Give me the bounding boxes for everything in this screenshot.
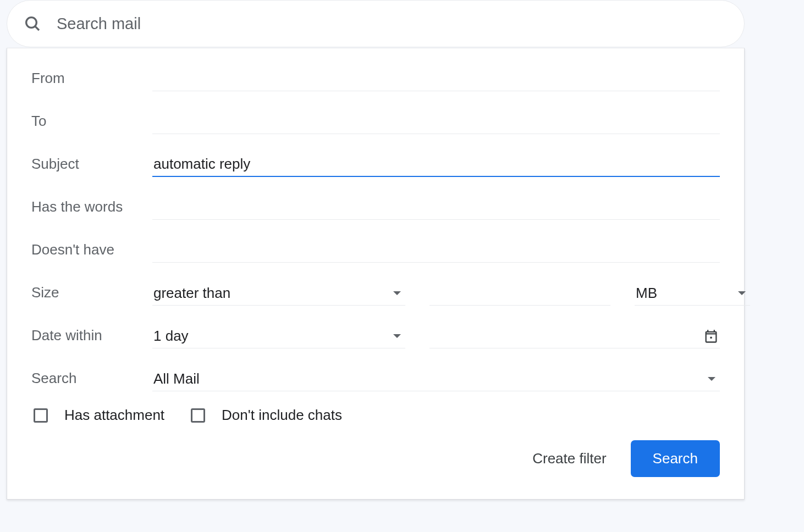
search-in-label: Search xyxy=(31,370,152,391)
date-within-row: Date within 1 day xyxy=(31,321,720,348)
doesnt-have-label: Doesn't have xyxy=(31,241,152,263)
checkbox-icon xyxy=(191,408,205,423)
from-input[interactable] xyxy=(152,67,720,91)
date-input[interactable] xyxy=(431,328,703,345)
size-amount-input[interactable] xyxy=(429,281,610,306)
search-bar[interactable] xyxy=(7,0,745,47)
date-input-wrap[interactable] xyxy=(429,324,720,348)
date-within-label: Date within xyxy=(31,327,152,348)
chevron-down-icon xyxy=(393,334,401,338)
has-attachment-label: Has attachment xyxy=(64,407,164,424)
date-range-value: 1 day xyxy=(153,328,189,345)
search-in-value: All Mail xyxy=(153,370,200,387)
size-unit-value: MB xyxy=(636,285,657,302)
svg-point-2 xyxy=(710,336,712,339)
search-in-select[interactable]: All Mail xyxy=(152,367,720,391)
search-in-row: Search All Mail xyxy=(31,364,720,391)
search-input[interactable] xyxy=(57,15,728,33)
subject-row: Subject xyxy=(31,149,720,177)
size-label: Size xyxy=(31,284,152,306)
has-words-input[interactable] xyxy=(152,196,720,220)
has-words-label: Has the words xyxy=(31,198,152,220)
to-input[interactable] xyxy=(152,110,720,134)
checkbox-icon xyxy=(34,408,48,423)
has-words-row: Has the words xyxy=(31,192,720,220)
doesnt-have-row: Doesn't have xyxy=(31,235,720,263)
to-row: To xyxy=(31,107,720,134)
chevron-down-icon xyxy=(708,377,715,381)
chevron-down-icon xyxy=(738,291,746,295)
size-row: Size greater than MB xyxy=(31,278,720,306)
search-icon xyxy=(24,15,41,32)
search-button[interactable]: Search xyxy=(631,440,720,477)
exclude-chats-label: Don't include chats xyxy=(222,407,342,424)
exclude-chats-checkbox[interactable]: Don't include chats xyxy=(191,407,342,424)
date-range-select[interactable]: 1 day xyxy=(152,324,405,348)
has-attachment-checkbox[interactable]: Has attachment xyxy=(34,407,164,424)
checkbox-row: Has attachment Don't include chats xyxy=(31,407,720,424)
advanced-search-panel: From To Subject Has the words Doesn't ha… xyxy=(7,48,745,500)
svg-line-1 xyxy=(35,26,39,30)
doesnt-have-input[interactable] xyxy=(152,239,720,263)
calendar-icon[interactable] xyxy=(703,329,719,344)
action-row: Create filter Search xyxy=(31,440,720,477)
to-label: To xyxy=(31,113,152,134)
from-row: From xyxy=(31,64,720,91)
size-comparison-value: greater than xyxy=(153,285,230,302)
create-filter-button[interactable]: Create filter xyxy=(532,450,606,467)
size-unit-select[interactable]: MB xyxy=(635,281,750,306)
size-comparison-select[interactable]: greater than xyxy=(152,281,405,306)
from-label: From xyxy=(31,70,152,91)
subject-label: Subject xyxy=(31,156,152,177)
svg-point-0 xyxy=(26,18,37,28)
chevron-down-icon xyxy=(393,291,401,295)
subject-input[interactable] xyxy=(152,152,720,177)
